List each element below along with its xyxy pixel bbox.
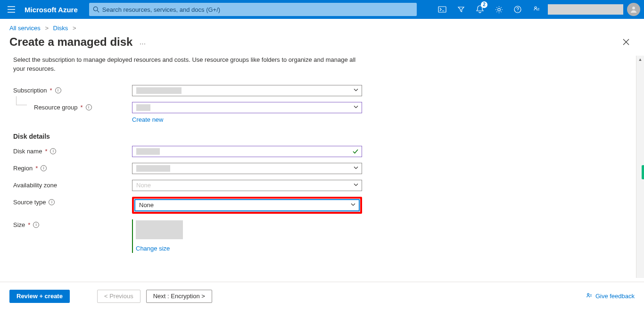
required-asterisk: *: [81, 104, 83, 111]
create-new-link[interactable]: Create new: [132, 116, 163, 123]
breadcrumb-disks[interactable]: Disks: [53, 25, 68, 32]
label-resource-group: Resource group: [34, 104, 78, 111]
disk-name-value-redacted: [136, 148, 160, 155]
availability-zone-value: None: [136, 182, 151, 189]
info-icon[interactable]: i: [50, 148, 56, 154]
menu-toggle-icon[interactable]: [4, 2, 19, 17]
svg-point-6: [632, 7, 635, 9]
close-blade-button[interactable]: [620, 36, 632, 48]
svg-point-3: [497, 8, 500, 11]
breadcrumb-all-services[interactable]: All services: [9, 25, 41, 32]
top-nav-bar: Microsoft Azure Search resources, servic…: [0, 0, 644, 19]
row-availability-zone: Availability zone None: [13, 180, 631, 191]
row-source-type: Source type i None: [13, 197, 631, 214]
resource-group-value-redacted: [136, 104, 150, 111]
size-summary-block: Change size: [132, 219, 362, 253]
review-create-button[interactable]: Review + create: [9, 290, 70, 303]
resource-group-select[interactable]: [132, 102, 362, 113]
form-description: Select the subscription to manage deploy…: [13, 56, 362, 74]
label-size: Size: [13, 221, 25, 228]
help-icon[interactable]: [508, 0, 527, 19]
global-search-input[interactable]: Search resources, services, and docs (G+…: [89, 3, 417, 16]
source-type-value: None: [139, 201, 154, 209]
label-region: Region: [13, 165, 33, 172]
row-resource-group: Resource group * i Create new: [13, 102, 631, 123]
give-feedback-link[interactable]: Give feedback: [586, 293, 635, 300]
svg-point-7: [587, 293, 589, 295]
page-title: Create a managed disk: [9, 35, 132, 49]
check-icon: [352, 148, 359, 156]
info-icon[interactable]: i: [86, 104, 92, 110]
info-icon[interactable]: i: [55, 87, 61, 93]
side-edge-tab[interactable]: [642, 165, 644, 179]
chevron-down-icon: [353, 165, 359, 172]
more-actions-icon[interactable]: …: [139, 38, 147, 46]
chevron-down-icon: [353, 182, 359, 189]
label-source-type: Source type: [13, 199, 46, 206]
next-button[interactable]: Next : Encryption >: [146, 290, 212, 303]
chevron-down-icon: [350, 201, 356, 209]
brand-label[interactable]: Microsoft Azure: [25, 6, 78, 14]
feedback-person-icon: [586, 293, 593, 300]
required-asterisk: *: [35, 165, 38, 172]
top-bar-right-icons: 2: [433, 0, 640, 19]
form-content: Select the subscription to manage deploy…: [0, 56, 644, 278]
region-value-redacted: [136, 165, 170, 172]
chevron-down-icon: [353, 104, 359, 111]
info-icon[interactable]: i: [41, 165, 47, 171]
row-disk-name: Disk name * i: [13, 146, 631, 157]
user-avatar[interactable]: [627, 3, 640, 16]
source-type-select[interactable]: None: [135, 200, 359, 211]
svg-line-1: [97, 10, 99, 12]
cloud-shell-icon[interactable]: [433, 0, 452, 19]
required-asterisk: *: [28, 221, 30, 228]
directory-filter-icon[interactable]: [452, 0, 471, 19]
row-size: Size * i Change size: [13, 219, 631, 253]
svg-point-0: [93, 7, 98, 11]
svg-point-5: [535, 7, 537, 8]
label-availability-zone: Availability zone: [13, 182, 57, 189]
search-placeholder: Search resources, services, and docs (G+…: [102, 6, 220, 13]
info-icon[interactable]: i: [49, 199, 55, 205]
info-icon[interactable]: i: [33, 222, 39, 228]
region-select[interactable]: [132, 163, 362, 174]
feedback-icon[interactable]: [527, 0, 546, 19]
subscription-value-redacted: [136, 87, 182, 94]
chevron-down-icon: [353, 87, 359, 94]
highlight-annotation: None: [132, 197, 362, 214]
row-region: Region * i: [13, 163, 631, 174]
label-disk-name: Disk name: [13, 148, 42, 155]
title-row: Create a managed disk …: [0, 32, 644, 56]
breadcrumb-sep-2: >: [73, 25, 76, 32]
scroll-up-icon[interactable]: ▲: [636, 56, 644, 63]
breadcrumb: All services > Disks >: [0, 19, 644, 32]
notification-badge: 2: [481, 1, 487, 8]
previous-button: < Previous: [97, 290, 140, 303]
required-asterisk: *: [45, 148, 47, 155]
account-info-placeholder: [548, 4, 623, 15]
disk-name-input[interactable]: [132, 146, 362, 157]
breadcrumb-sep-1: >: [45, 25, 49, 32]
row-subscription: Subscription * i: [13, 85, 631, 96]
search-icon: [93, 6, 99, 13]
change-size-link[interactable]: Change size: [136, 245, 170, 252]
section-disk-details: Disk details: [13, 133, 631, 140]
label-subscription: Subscription: [13, 87, 47, 94]
svg-rect-2: [438, 7, 446, 12]
settings-gear-icon[interactable]: [489, 0, 508, 19]
subscription-select[interactable]: [132, 85, 362, 96]
notifications-icon[interactable]: 2: [471, 0, 489, 19]
availability-zone-select[interactable]: None: [132, 180, 362, 191]
size-value-redacted: [136, 220, 183, 239]
wizard-footer: Review + create < Previous Next : Encryp…: [0, 282, 644, 310]
required-asterisk: *: [50, 87, 52, 94]
give-feedback-label: Give feedback: [595, 293, 635, 300]
